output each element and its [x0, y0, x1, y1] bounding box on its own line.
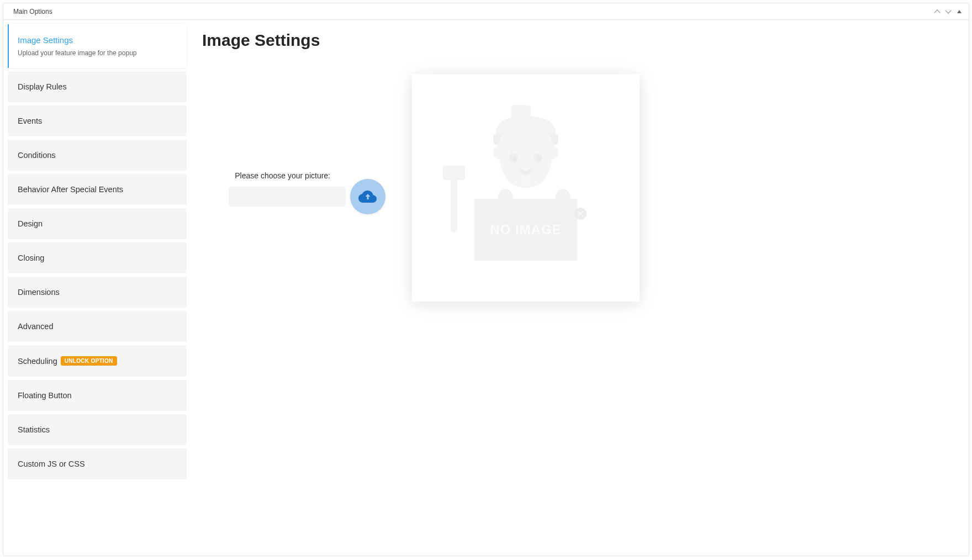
content-area: Image Settings Please choose your pictur…	[187, 24, 964, 556]
no-image-text: NO IMAGE	[490, 222, 561, 237]
sidebar-item-advanced[interactable]: Advanced	[8, 311, 187, 342]
sidebar-item-label: Advanced	[18, 322, 177, 331]
svg-rect-7	[521, 177, 525, 184]
panel-controls	[933, 8, 963, 15]
sidebar-item-label: Scheduling	[18, 357, 57, 366]
sidebar-item-label: Display Rules	[18, 82, 177, 91]
chevron-up-icon[interactable]	[933, 8, 941, 15]
sidebar-item-label: Events	[18, 117, 177, 125]
sidebar-item-label: Behavior After Special Events	[18, 185, 177, 194]
svg-rect-8	[526, 177, 531, 184]
page-title: Image Settings	[202, 31, 949, 50]
unlock-option-badge: UNLOCK OPTION	[61, 356, 117, 366]
no-image-sign: NO IMAGE	[474, 199, 577, 261]
sidebar-item-subtitle: Upload your feature image for the popup	[18, 49, 177, 57]
close-circle-icon	[574, 208, 587, 220]
image-path-input[interactable]	[229, 187, 346, 207]
svg-point-2	[543, 145, 558, 160]
hammer-icon	[443, 166, 471, 232]
sidebar-item-label: Floating Button	[18, 391, 177, 400]
triangle-up-icon[interactable]	[955, 8, 963, 15]
upload-controls: Please choose your picture:	[202, 171, 346, 207]
svg-point-1	[493, 145, 509, 160]
upload-button[interactable]	[350, 179, 385, 214]
sidebar-item-scheduling[interactable]: Scheduling UNLOCK OPTION	[8, 345, 187, 377]
sidebar-item-label: Dimensions	[18, 288, 177, 297]
upload-row: Please choose your picture:	[202, 72, 949, 302]
sidebar-item-floating-button[interactable]: Floating Button	[8, 380, 187, 411]
sidebar-item-design[interactable]: Design	[8, 208, 187, 239]
sidebar-item-row: Scheduling UNLOCK OPTION	[18, 356, 177, 366]
sidebar-item-closing[interactable]: Closing	[8, 242, 187, 273]
upload-input-row	[229, 187, 346, 207]
sidebar-item-label: Closing	[18, 253, 177, 262]
sidebar-item-label: Conditions	[18, 151, 177, 160]
sidebar-item-statistics[interactable]: Statistics	[8, 414, 187, 445]
main-options-panel: Main Options Image Settings Upload your …	[3, 3, 969, 556]
svg-rect-12	[451, 178, 457, 232]
upload-label: Please choose your picture:	[202, 171, 346, 180]
sidebar-item-label: Design	[18, 219, 177, 228]
svg-point-5	[513, 157, 516, 161]
sidebar-item-dimensions[interactable]: Dimensions	[8, 277, 187, 308]
sidebar-item-conditions[interactable]: Conditions	[8, 140, 187, 171]
sidebar-item-label: Image Settings	[18, 35, 177, 45]
sidebar-item-behavior-after-special-events[interactable]: Behavior After Special Events	[8, 174, 187, 205]
svg-point-6	[537, 157, 541, 161]
sidebar: Image Settings Upload your feature image…	[8, 24, 187, 556]
no-image-placeholder: NO IMAGE	[454, 105, 598, 271]
sidebar-item-image-settings[interactable]: Image Settings Upload your feature image…	[8, 24, 187, 68]
panel-body: Image Settings Upload your feature image…	[3, 20, 969, 556]
sidebar-item-custom-js-or-css[interactable]: Custom JS or CSS	[8, 448, 187, 479]
panel-title: Main Options	[9, 8, 52, 15]
image-preview: NO IMAGE	[412, 74, 640, 302]
sidebar-item-label: Custom JS or CSS	[18, 459, 177, 468]
sidebar-item-display-rules[interactable]: Display Rules	[8, 71, 187, 102]
cloud-upload-icon	[358, 190, 377, 203]
chevron-down-icon[interactable]	[944, 8, 952, 15]
panel-header: Main Options	[3, 3, 969, 20]
sidebar-item-events[interactable]: Events	[8, 105, 187, 136]
sidebar-item-label: Statistics	[18, 425, 177, 434]
